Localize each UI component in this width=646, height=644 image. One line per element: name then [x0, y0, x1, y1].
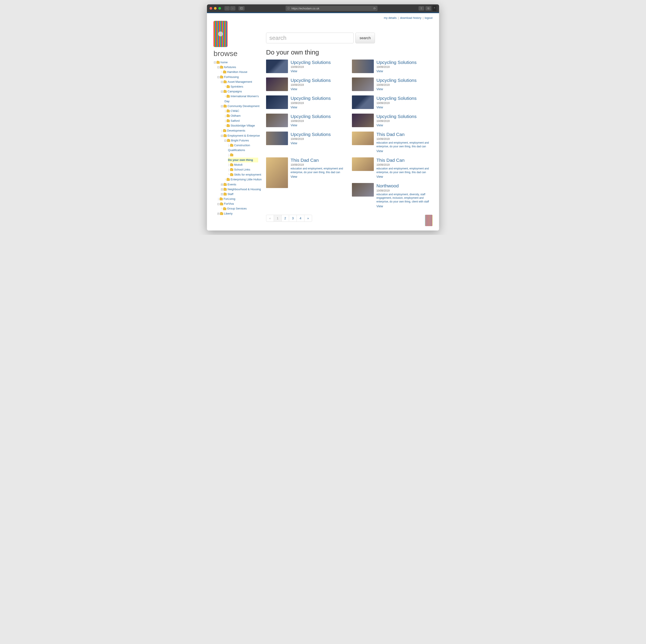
asset-title[interactable]: This Dad Can — [376, 157, 432, 163]
toggle-icon[interactable]: + — [221, 188, 223, 190]
tree-salford[interactable]: Salford — [231, 119, 239, 122]
thumbnail[interactable] — [352, 96, 374, 109]
asset-title[interactable]: Upcycling Solutions — [291, 59, 347, 65]
asset-tags[interactable]: education and employment, diversity, sta… — [376, 192, 432, 204]
view-link[interactable]: View — [291, 70, 297, 73]
thumbnail[interactable] — [266, 114, 288, 127]
asset-tags[interactable]: education and employment, employment and… — [376, 167, 432, 174]
asset-title[interactable]: Upcycling Solutions — [291, 96, 347, 101]
page-next[interactable]: » — [304, 215, 312, 222]
my-details-link[interactable]: my details — [384, 16, 397, 19]
view-link[interactable]: View — [376, 123, 383, 127]
tree-hamilton[interactable]: Hamilton House — [227, 70, 247, 74]
toggle-icon[interactable]: + — [217, 213, 219, 215]
sidebar-toggle-button[interactable] — [238, 6, 245, 10]
tree-asset[interactable]: Asset Management — [227, 80, 252, 84]
tree-sprinklers[interactable]: Sprinklers — [231, 85, 243, 88]
tree-stockbridge[interactable]: Stockbridge Village — [231, 124, 255, 127]
reload-icon[interactable]: ⟳ — [373, 7, 376, 10]
forward-button[interactable]: › — [230, 6, 235, 10]
asset-title[interactable]: Upcycling Solutions — [376, 78, 432, 83]
tree-forliving[interactable]: ForLiving — [224, 197, 235, 201]
tree-bright[interactable]: Bright Futures — [231, 139, 249, 142]
thumbnail[interactable] — [266, 59, 288, 73]
tree-groupservices[interactable]: Group Services — [227, 207, 247, 210]
view-link[interactable]: View — [291, 106, 297, 109]
view-link[interactable]: View — [376, 149, 383, 153]
tree-motiv8[interactable]: Motiv8 — [234, 163, 242, 166]
tree-developments[interactable]: Developments — [227, 129, 245, 132]
search-button[interactable]: search — [355, 33, 375, 43]
tree-staff[interactable]: Staff — [227, 192, 233, 196]
view-link[interactable]: View — [376, 70, 383, 73]
page-2[interactable]: 2 — [282, 215, 289, 222]
view-link[interactable]: View — [376, 205, 383, 208]
thumbnail[interactable] — [266, 132, 288, 145]
tree-doyourown[interactable]: Do your own thing — [228, 158, 258, 162]
asset-title[interactable]: Upcycling Solutions — [291, 132, 347, 137]
thumbnail[interactable] — [352, 78, 374, 91]
close-window-button[interactable] — [210, 7, 212, 10]
asset-title[interactable]: Northwood — [376, 183, 432, 188]
asset-title[interactable]: Upcycling Solutions — [376, 59, 432, 65]
url-field[interactable]: ⓘ https://echodam.co.uk ⟳ — [286, 6, 378, 11]
toggle-icon[interactable]: − — [217, 76, 219, 78]
tree-forhousing[interactable]: ForHousing — [224, 75, 239, 79]
thumbnail[interactable] — [266, 78, 288, 91]
download-history-link[interactable]: download history — [400, 16, 422, 19]
tabs-button[interactable]: ⧉ — [426, 6, 431, 10]
tree-schoollinks[interactable]: School Links — [234, 168, 250, 171]
thumbnail[interactable] — [352, 183, 374, 197]
asset-tags[interactable]: education and employment, employment and… — [291, 167, 347, 174]
view-link[interactable]: View — [376, 175, 383, 178]
tree-skills[interactable]: Skills for employment — [234, 173, 261, 176]
thumbnail[interactable] — [352, 132, 374, 145]
tree-home[interactable]: home — [220, 60, 228, 64]
toggle-icon[interactable]: − — [221, 81, 223, 83]
toggle-icon[interactable]: − — [224, 140, 226, 142]
tree-community[interactable]: Community Development — [227, 104, 259, 108]
asset-title[interactable]: This Dad Can — [291, 157, 347, 163]
asset-title[interactable]: Upcycling Solutions — [376, 96, 432, 101]
tree-employment[interactable]: Employment & Enterprise — [227, 134, 260, 137]
page-1[interactable]: 1 — [274, 215, 282, 222]
page-3[interactable]: 3 — [289, 215, 297, 222]
view-link[interactable]: View — [376, 87, 383, 91]
asset-title[interactable]: This Dad Can — [376, 132, 432, 137]
toggle-icon[interactable]: − — [221, 135, 223, 137]
tree-enterprising[interactable]: Enterprising Little Hulton — [231, 178, 262, 181]
asset-title[interactable]: Upcycling Solutions — [291, 78, 347, 83]
thumbnail[interactable] — [266, 96, 288, 109]
tree-events[interactable]: Events — [227, 183, 236, 186]
logout-link[interactable]: logout — [425, 16, 432, 19]
view-link[interactable]: View — [291, 87, 297, 91]
share-button[interactable]: ⇪ — [419, 6, 424, 10]
asset-title[interactable]: Upcycling Solutions — [376, 114, 432, 119]
search-input[interactable] — [266, 33, 354, 43]
thumbnail[interactable] — [352, 114, 374, 127]
toggle-icon[interactable]: + — [221, 193, 223, 195]
toggle-icon[interactable]: − — [221, 91, 223, 93]
view-link[interactable]: View — [291, 123, 297, 127]
toggle-icon[interactable]: − — [217, 66, 219, 68]
asset-tags[interactable]: education and employment, employment and… — [376, 141, 432, 148]
tree-oldham[interactable]: Oldham — [231, 114, 241, 117]
toggle-icon[interactable]: − — [217, 203, 219, 205]
back-button[interactable]: ‹ — [224, 6, 230, 10]
asset-title[interactable]: Upcycling Solutions — [291, 114, 347, 119]
page-prev[interactable]: « — [266, 215, 274, 222]
tree-campaigns[interactable]: Campaigns — [227, 90, 242, 93]
tree-neighbourhood[interactable]: Neighbourhood & Housing — [227, 187, 261, 191]
toggle-icon[interactable]: − — [214, 61, 216, 63]
thumbnail[interactable] — [352, 59, 374, 73]
minimize-window-button[interactable] — [214, 7, 217, 10]
new-tab-button[interactable]: + — [432, 5, 436, 11]
toggle-icon[interactable]: − — [221, 105, 223, 107]
maximize-window-button[interactable] — [218, 7, 221, 10]
view-link[interactable]: View — [291, 175, 297, 178]
toggle-icon[interactable]: + — [221, 184, 223, 185]
thumbnail[interactable] — [266, 157, 288, 188]
site-logo[interactable] — [214, 21, 227, 47]
view-link[interactable]: View — [291, 141, 297, 145]
tree-forfutures[interactable]: forfutures — [224, 66, 236, 69]
